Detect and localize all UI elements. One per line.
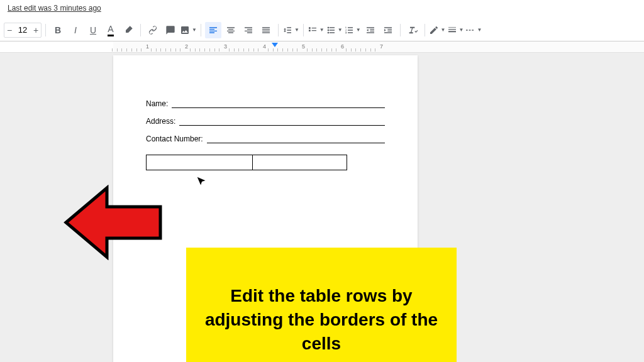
indent-decrease-icon <box>365 25 375 35</box>
name-line[interactable] <box>172 99 385 108</box>
font-size-control: − + <box>4 23 42 38</box>
checklist-icon <box>308 25 318 35</box>
align-center-button[interactable] <box>223 22 239 38</box>
line-spacing-button[interactable]: ▼ <box>282 22 299 38</box>
align-center-icon <box>226 25 236 35</box>
font-size-input[interactable] <box>14 25 31 35</box>
align-left-button[interactable] <box>205 22 221 38</box>
address-label: Address: <box>146 117 175 126</box>
image-button[interactable]: ▼ <box>180 22 197 38</box>
border-dash-icon <box>465 25 475 35</box>
border-dash-button[interactable]: ▼ <box>465 22 482 38</box>
callout-text: Edit the table rows by adjusting the bor… <box>203 284 440 355</box>
numbered-list-button[interactable]: ▼ <box>344 22 361 38</box>
form-row-name: Name: <box>146 99 385 108</box>
bulleted-list-button[interactable]: ▼ <box>326 22 343 38</box>
toolbar: − + B I U A ▼ ▼ ▼ ▼ <box>0 19 644 41</box>
checklist-button[interactable]: ▼ <box>308 22 325 38</box>
clear-format-icon <box>408 25 418 35</box>
last-edit-link[interactable]: Last edit was 3 minutes ago <box>8 4 101 13</box>
indent-decrease-button[interactable] <box>362 22 379 38</box>
comment-icon <box>165 25 175 35</box>
separator <box>425 24 425 36</box>
link-button[interactable] <box>145 22 161 38</box>
border-width-icon <box>447 25 457 35</box>
address-line[interactable] <box>179 117 385 126</box>
underline-button[interactable]: U <box>85 22 101 38</box>
border-color-button[interactable]: ▼ <box>429 22 446 38</box>
instruction-callout: Edit the table rows by adjusting the bor… <box>186 248 457 362</box>
canvas: Name: Address: Contact Number: Edit the … <box>0 53 644 362</box>
form-row-contact: Contact Number: <box>146 134 385 143</box>
text-color-button[interactable]: A <box>103 22 119 38</box>
align-justify-icon <box>261 25 271 35</box>
separator <box>45 24 46 36</box>
comment-button[interactable] <box>162 22 179 38</box>
border-width-button[interactable]: ▼ <box>447 22 464 38</box>
contact-label: Contact Number: <box>146 134 203 143</box>
bulleted-list-icon <box>326 25 336 35</box>
highlight-button[interactable] <box>120 22 136 38</box>
align-justify-button[interactable] <box>258 22 274 38</box>
font-size-decrease[interactable]: − <box>4 25 14 35</box>
separator <box>278 24 279 36</box>
clear-format-button[interactable] <box>404 22 421 38</box>
separator <box>140 24 141 36</box>
italic-button[interactable]: I <box>67 22 84 38</box>
align-left-icon <box>208 25 218 35</box>
ruler[interactable]: 1234567 <box>0 41 644 53</box>
form-row-address: Address: <box>146 117 385 126</box>
pen-icon <box>429 25 439 35</box>
indent-increase-icon <box>383 25 393 35</box>
image-icon <box>180 25 190 35</box>
line-spacing-icon <box>282 25 292 35</box>
link-icon <box>148 25 158 35</box>
separator <box>303 24 304 36</box>
contact-line[interactable] <box>207 134 385 143</box>
align-right-button[interactable] <box>240 22 257 38</box>
highlight-icon <box>123 25 133 35</box>
separator <box>201 24 201 36</box>
name-label: Name: <box>146 99 168 108</box>
bold-button[interactable]: B <box>50 22 66 38</box>
align-right-icon <box>243 25 253 35</box>
cursor-indicator <box>195 175 209 190</box>
indent-increase-button[interactable] <box>380 22 396 38</box>
header-bar: Last edit was 3 minutes ago <box>0 0 644 19</box>
separator <box>400 24 401 36</box>
numbered-list-icon <box>344 25 354 35</box>
table-row[interactable] <box>147 155 347 170</box>
editable-table[interactable] <box>146 155 347 170</box>
font-size-increase[interactable]: + <box>31 25 41 35</box>
